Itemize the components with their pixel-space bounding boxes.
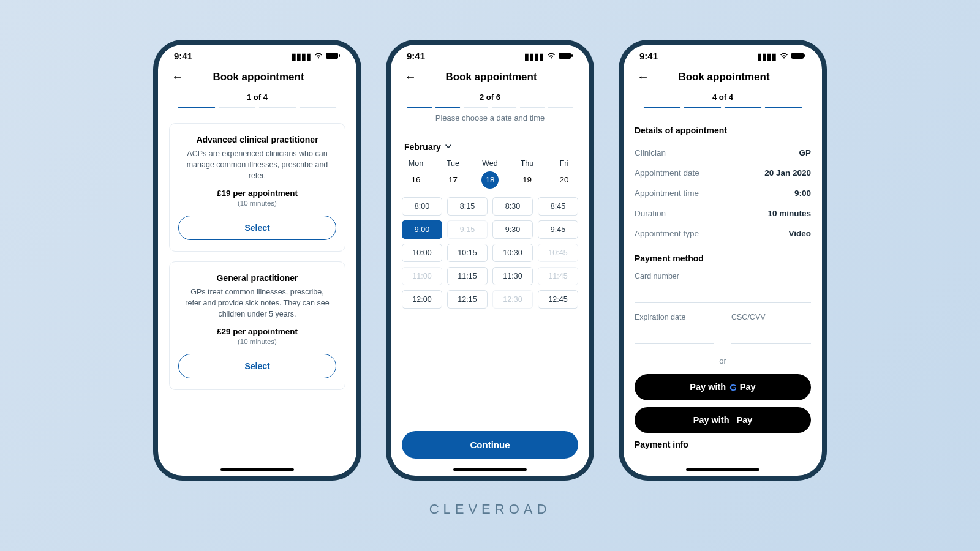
progress-bars xyxy=(170,107,344,108)
select-button[interactable]: Select xyxy=(178,354,336,378)
phones-row: 9:41 ▮▮▮▮ ← Book appointment 1 of 4 xyxy=(153,40,827,481)
detail-value: GP xyxy=(799,148,811,157)
detail-label: Duration xyxy=(635,209,666,218)
time-slot[interactable]: 8:15 xyxy=(447,197,488,216)
cvv-label: CSC/CVV xyxy=(731,313,811,321)
google-logo-icon: G xyxy=(729,382,736,392)
detail-value: 9:00 xyxy=(794,189,811,198)
status-bar: 9:41 ▮▮▮▮ xyxy=(158,45,356,64)
detail-row: Appointment date20 Jan 2020 xyxy=(635,163,811,183)
time-slots-grid: 8:008:158:308:459:009:159:309:4510:0010:… xyxy=(402,197,578,309)
time-slot[interactable]: 10:00 xyxy=(402,244,442,262)
time-slot[interactable]: 10:15 xyxy=(447,244,488,262)
card-duration: (10 minutes) xyxy=(178,338,336,345)
progress-segment xyxy=(644,107,680,108)
time-slot[interactable]: 11:30 xyxy=(492,267,533,285)
select-button[interactable]: Select xyxy=(178,216,336,240)
progress-segment xyxy=(259,107,296,108)
status-bar: 9:41 ▮▮▮▮ xyxy=(391,45,589,64)
expiration-label: Expiration date xyxy=(635,313,714,321)
cvv-input[interactable] xyxy=(731,324,811,344)
progress-segment xyxy=(725,107,761,108)
day-column[interactable]: Mon16 xyxy=(402,159,430,189)
progress-segment xyxy=(464,107,488,108)
svg-rect-4 xyxy=(791,53,804,59)
card-number-input[interactable] xyxy=(635,283,811,303)
detail-value: Video xyxy=(788,229,811,238)
day-name: Thu xyxy=(513,159,541,168)
card-number-label: Card number xyxy=(635,272,811,280)
detail-label: Appointment date xyxy=(635,168,699,178)
time-slot[interactable]: 10:30 xyxy=(492,244,533,262)
time-slot[interactable]: 12:45 xyxy=(538,290,578,309)
svg-rect-1 xyxy=(339,54,340,57)
date-time-hint: Please choose a date and time xyxy=(403,113,577,122)
google-pay-button[interactable]: Pay with G Pay xyxy=(635,374,811,400)
home-indicator xyxy=(221,468,294,471)
detail-label: Appointment type xyxy=(635,229,699,238)
step-label: 4 of 4 xyxy=(636,92,810,102)
clinician-card: General practitionerGPs treat common ill… xyxy=(169,261,345,390)
month-selector[interactable]: February xyxy=(402,141,578,159)
day-column[interactable]: Fri20 xyxy=(550,159,578,189)
time-slot[interactable]: 9:45 xyxy=(538,220,578,239)
progress-segment xyxy=(492,107,516,108)
time-slot: 11:00 xyxy=(402,267,442,285)
payment-method-title: Payment method xyxy=(635,253,811,263)
day-name: Wed xyxy=(476,159,504,168)
day-column[interactable]: Tue17 xyxy=(439,159,467,189)
status-time: 9:41 xyxy=(407,51,425,61)
or-divider: or xyxy=(635,356,811,365)
applepay-prefix: Pay with xyxy=(693,415,729,425)
signal-icon: ▮▮▮▮ xyxy=(757,51,777,61)
time-slot[interactable]: 12:00 xyxy=(402,290,442,309)
progress-bars xyxy=(403,107,577,108)
status-time: 9:41 xyxy=(639,51,658,61)
apple-pay-button[interactable]: Pay with Pay xyxy=(635,407,811,433)
day-name: Tue xyxy=(439,159,467,168)
brand-label: CLEVEROAD xyxy=(429,501,551,517)
home-indicator xyxy=(453,468,527,471)
page-title: Book appointment xyxy=(172,71,345,83)
detail-row: Duration10 minutes xyxy=(635,203,811,223)
time-slot[interactable]: 12:15 xyxy=(447,290,488,309)
clinician-card: Advanced clinical practitionerACPs are e… xyxy=(169,123,345,252)
continue-button[interactable]: Continue xyxy=(402,431,578,459)
phone-frame-3: 9:41 ▮▮▮▮ ← Book appointment 4 of 4 Deta… xyxy=(619,40,827,481)
detail-label: Clinician xyxy=(635,148,666,157)
expiration-input[interactable] xyxy=(635,324,714,344)
step-label: 2 of 6 xyxy=(403,92,577,102)
time-slot[interactable]: 8:00 xyxy=(402,197,442,216)
svg-rect-2 xyxy=(559,53,571,59)
progress-segment xyxy=(435,107,460,108)
time-slot[interactable]: 8:45 xyxy=(538,197,578,216)
phone-frame-2: 9:41 ▮▮▮▮ ← Book appointment 2 of 6 Plea… xyxy=(386,40,594,481)
progress-segment xyxy=(219,107,255,108)
phone-frame-1: 9:41 ▮▮▮▮ ← Book appointment 1 of 4 xyxy=(153,40,361,481)
status-time: 9:41 xyxy=(174,51,192,61)
progress-segment xyxy=(520,107,545,108)
wifi-icon xyxy=(779,51,789,61)
day-number: 16 xyxy=(407,171,424,189)
time-slot: 12:30 xyxy=(492,290,533,309)
card-duration: (10 minutes) xyxy=(178,200,336,207)
status-icons: ▮▮▮▮ xyxy=(757,51,806,61)
time-slot[interactable]: 9:00 xyxy=(402,220,442,239)
time-slot: 11:45 xyxy=(538,267,578,285)
wifi-icon xyxy=(546,51,556,61)
battery-icon xyxy=(559,51,573,61)
step-label: 1 of 4 xyxy=(170,92,344,102)
detail-value: 10 minutes xyxy=(767,209,811,218)
progress-segment xyxy=(765,107,802,108)
time-slot[interactable]: 8:30 xyxy=(492,197,533,216)
detail-value: 20 Jan 2020 xyxy=(764,168,811,178)
day-name: Mon xyxy=(402,159,430,168)
time-slot[interactable]: 11:15 xyxy=(447,267,488,285)
day-column[interactable]: Wed18 xyxy=(476,159,504,189)
svg-rect-3 xyxy=(571,54,573,57)
card-price: £19 per appointment xyxy=(178,189,336,198)
time-slot[interactable]: 9:30 xyxy=(492,220,533,239)
day-name: Fri xyxy=(550,159,578,168)
detail-row: Appointment typeVideo xyxy=(635,223,811,244)
day-column[interactable]: Thu19 xyxy=(513,159,541,189)
